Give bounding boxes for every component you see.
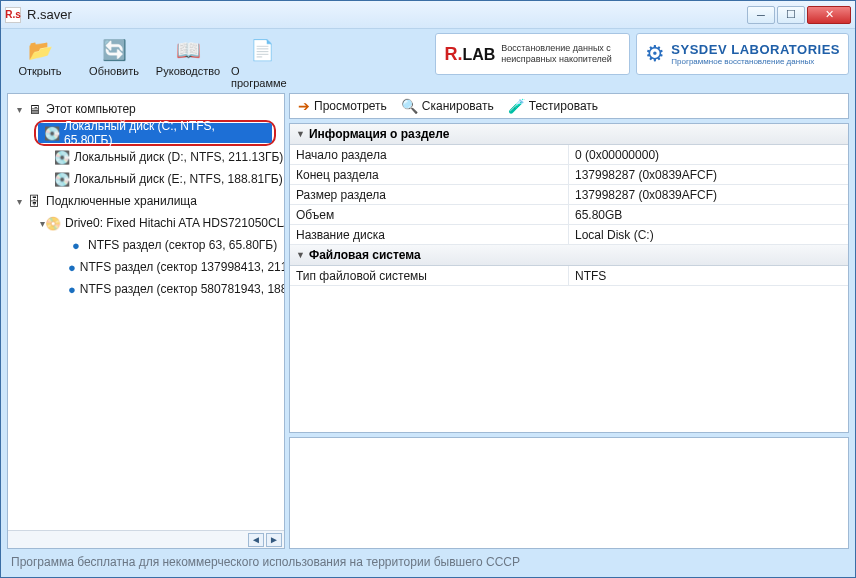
rlab-text: Восстановление данных с неисправных нако… xyxy=(501,43,621,65)
row-value: 137998287 (0x0839AFCF) xyxy=(569,185,848,205)
row-value: NTFS xyxy=(569,266,848,286)
top-area: 📂 Открыть 🔄 Обновить 📖 Руководство 📄 О п… xyxy=(1,29,855,93)
chevron-down-icon: ▼ xyxy=(296,250,305,260)
partition-info-grid: Начало раздела 0 (0x00000000) Конец разд… xyxy=(290,145,848,245)
test-button[interactable]: 🧪 Тестировать xyxy=(508,98,598,114)
titlebar: R.s R.saver ─ ☐ ✕ xyxy=(1,1,855,29)
section-filesystem[interactable]: ▼ Файловая система xyxy=(290,245,848,266)
info-panel: ▼ Информация о разделе Начало раздела 0 … xyxy=(289,123,849,433)
tree-label: Локальный диск (D:, NTFS, 211.13ГБ) xyxy=(74,150,283,164)
scroll-right-icon[interactable]: ► xyxy=(266,533,282,547)
tree-label: Локальный диск (E:, NTFS, 188.81ГБ) xyxy=(74,172,283,186)
drive-icon xyxy=(45,215,61,231)
device-tree[interactable]: ▾ Этот компьютер Локальный диск (C:, NTF… xyxy=(8,94,284,530)
refresh-icon: 🔄 xyxy=(99,37,129,63)
tree-pane: ▾ Этот компьютер Локальный диск (C:, NTF… xyxy=(7,93,285,549)
toolbar: 📂 Открыть 🔄 Обновить 📖 Руководство 📄 О п… xyxy=(7,33,429,91)
tree-label: Этот компьютер xyxy=(46,102,136,116)
row-value: 137998287 (0x0839AFCF) xyxy=(569,165,848,185)
tree-label: NTFS раздел (сектор 63, 65.80ГБ) xyxy=(88,238,277,252)
gear-icon: ⚙ xyxy=(645,41,665,67)
right-pane: ➔ Просмотреть 🔍 Сканировать 🧪 Тестироват… xyxy=(289,93,849,549)
view-button[interactable]: ➔ Просмотреть xyxy=(298,98,387,114)
scroll-left-icon[interactable]: ◄ xyxy=(248,533,264,547)
window-title: R.saver xyxy=(27,7,747,22)
manual-label: Руководство xyxy=(156,65,220,77)
statusbar: Программа бесплатна для некоммерческого … xyxy=(1,549,855,577)
tree-node-part1[interactable]: NTFS раздел (сектор 137998413, 211.13ГБ) xyxy=(8,256,284,278)
brand-sysdev[interactable]: ⚙ SYSDEV LABORATORIES Программное восста… xyxy=(636,33,849,75)
tree-node-drive0[interactable]: ▾ Drive0: Fixed Hitachi ATA HDS721050CLA xyxy=(8,212,284,234)
test-icon: 🧪 xyxy=(508,98,525,114)
about-label: О программе xyxy=(231,65,293,89)
row-label: Размер раздела xyxy=(290,185,569,205)
twisty-icon[interactable]: ▾ xyxy=(12,104,26,115)
chevron-down-icon: ▼ xyxy=(296,129,305,139)
manual-button[interactable]: 📖 Руководство xyxy=(155,33,221,91)
action-bar: ➔ Просмотреть 🔍 Сканировать 🧪 Тестироват… xyxy=(289,93,849,119)
window: R.s R.saver ─ ☐ ✕ 📂 Открыть 🔄 Обновить 📖… xyxy=(0,0,856,578)
refresh-button[interactable]: 🔄 Обновить xyxy=(81,33,147,91)
rlab-logo-lab: LAB xyxy=(462,46,495,63)
tree-node-part0[interactable]: NTFS раздел (сектор 63, 65.80ГБ) xyxy=(8,234,284,256)
disk-icon xyxy=(44,125,60,141)
about-button[interactable]: 📄 О программе xyxy=(229,33,295,91)
row-label: Конец раздела xyxy=(290,165,569,185)
scan-icon: 🔍 xyxy=(401,98,418,114)
section-partition-info[interactable]: ▼ Информация о разделе xyxy=(290,124,848,145)
tree-label: Локальный диск (C:, NTFS, 65.80ГБ) xyxy=(64,119,266,147)
scan-button[interactable]: 🔍 Сканировать xyxy=(401,98,494,114)
minimize-button[interactable]: ─ xyxy=(747,6,775,24)
body: ▾ Этот компьютер Локальный диск (C:, NTF… xyxy=(1,93,855,549)
tree-node-computer[interactable]: ▾ Этот компьютер xyxy=(8,98,284,120)
row-label: Начало раздела xyxy=(290,145,569,165)
tree-label: Подключенные хранилища xyxy=(46,194,197,208)
maximize-button[interactable]: ☐ xyxy=(777,6,805,24)
partition-icon xyxy=(68,259,76,275)
tree-label: Drive0: Fixed Hitachi ATA HDS721050CLA xyxy=(65,216,284,230)
partition-icon xyxy=(68,237,84,253)
section-label: Файловая система xyxy=(309,248,421,262)
row-label: Название диска xyxy=(290,225,569,245)
log-panel xyxy=(289,437,849,549)
disk-icon xyxy=(54,149,70,165)
tree-node-disk-d[interactable]: Локальный диск (D:, NTFS, 211.13ГБ) xyxy=(8,146,284,168)
tree-node-connected[interactable]: ▾ Подключенные хранилища xyxy=(8,190,284,212)
row-value: 65.80GB xyxy=(569,205,848,225)
sysdev-sub: Программное восстановление данных xyxy=(671,57,840,66)
tree-node-disk-c[interactable]: Локальный диск (C:, NTFS, 65.80ГБ) xyxy=(38,123,272,143)
disk-icon xyxy=(54,171,70,187)
tree-label: NTFS раздел (сектор 580781943, 188.81ГБ) xyxy=(80,282,284,296)
arrow-right-icon: ➔ xyxy=(298,98,310,114)
view-label: Просмотреть xyxy=(314,99,387,113)
selected-highlight: Локальный диск (C:, NTFS, 65.80ГБ) xyxy=(34,120,276,146)
brand-rlab[interactable]: R.LAB Восстановление данных с неисправны… xyxy=(435,33,630,75)
folder-open-icon: 📂 xyxy=(25,37,55,63)
book-icon: 📖 xyxy=(173,37,203,63)
storage-icon xyxy=(26,193,42,209)
rlab-logo-r: R. xyxy=(444,44,462,64)
refresh-label: Обновить xyxy=(89,65,139,77)
scan-label: Сканировать xyxy=(422,99,494,113)
horizontal-scrollbar[interactable]: ◄ ► xyxy=(8,530,284,548)
rlab-logo: R.LAB xyxy=(444,44,495,65)
status-text: Программа бесплатна для некоммерческого … xyxy=(11,555,520,569)
close-button[interactable]: ✕ xyxy=(807,6,851,24)
open-label: Открыть xyxy=(18,65,61,77)
twisty-icon[interactable]: ▾ xyxy=(12,196,26,207)
row-label: Объем xyxy=(290,205,569,225)
info-icon: 📄 xyxy=(247,37,277,63)
row-value: 0 (0x00000000) xyxy=(569,145,848,165)
computer-icon xyxy=(26,101,42,117)
tree-node-disk-e[interactable]: Локальный диск (E:, NTFS, 188.81ГБ) xyxy=(8,168,284,190)
open-button[interactable]: 📂 Открыть xyxy=(7,33,73,91)
test-label: Тестировать xyxy=(529,99,598,113)
sysdev-name: SYSDEV LABORATORIES xyxy=(671,42,840,57)
app-icon: R.s xyxy=(5,7,21,23)
tree-node-part2[interactable]: NTFS раздел (сектор 580781943, 188.81ГБ) xyxy=(8,278,284,300)
tree-label: NTFS раздел (сектор 137998413, 211.13ГБ) xyxy=(80,260,284,274)
row-value: Local Disk (C:) xyxy=(569,225,848,245)
row-label: Тип файловой системы xyxy=(290,266,569,286)
section-label: Информация о разделе xyxy=(309,127,449,141)
filesystem-grid: Тип файловой системы NTFS xyxy=(290,266,848,286)
